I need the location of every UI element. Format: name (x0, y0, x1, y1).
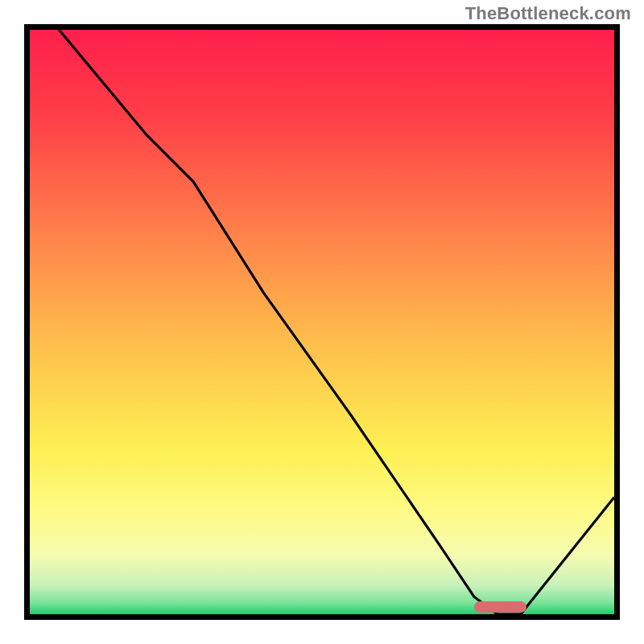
optimum-marker (474, 601, 526, 613)
watermark-text: TheBottleneck.com (465, 3, 631, 24)
chart-curve (30, 30, 614, 614)
chart-frame (24, 24, 620, 620)
